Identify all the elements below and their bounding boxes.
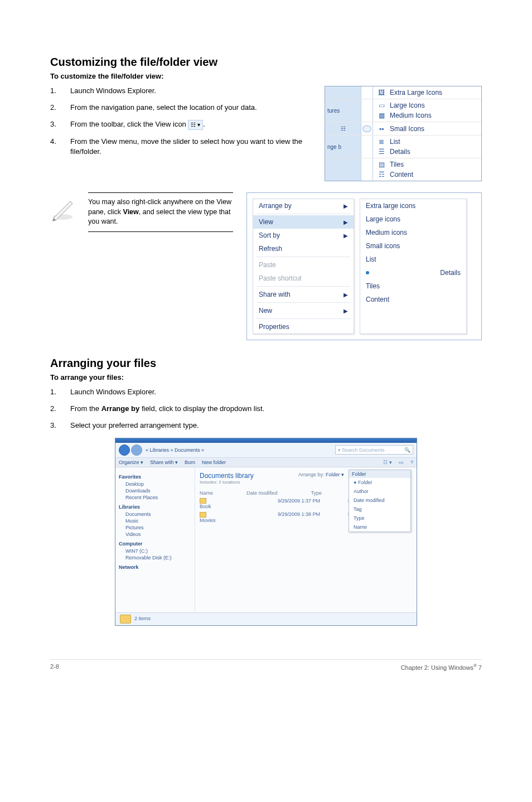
view-option-medium[interactable]: ▦Medium Icons — [378, 112, 432, 119]
view-option-label: Extra Large Icons — [390, 89, 442, 96]
ctx-sub-tiles[interactable]: Tiles — [360, 279, 466, 293]
step-bold: Arrange by — [101, 404, 140, 413]
list-icon: ≣ — [378, 138, 385, 146]
search-input[interactable]: ▾Search Documents🔍 — [335, 445, 413, 455]
ctx-label: Tiles — [366, 282, 380, 290]
file-name: Movies — [200, 518, 216, 523]
forward-button-icon[interactable] — [131, 445, 142, 456]
view-option-list[interactable]: ≣List — [378, 138, 400, 146]
chevron-right-icon: ▶ — [344, 292, 348, 298]
folder-icon — [120, 615, 131, 624]
back-button-icon[interactable] — [119, 445, 130, 456]
dropdown-option-date-modified[interactable]: Date modified — [349, 496, 410, 505]
arrange-by-value[interactable]: Folder ▾ — [326, 472, 344, 477]
dropdown-option-author[interactable]: Author — [349, 487, 410, 496]
dropdown-option-name[interactable]: Name — [349, 523, 410, 532]
step-text-part: field, click to display the dropdown lis… — [139, 404, 264, 413]
sidebar-group-computer: Computer — [119, 541, 191, 547]
ctx-sub-small[interactable]: Small icons — [360, 239, 466, 253]
arrange-by-dropdown: Folder Folder Author Date modified Tag T… — [349, 470, 411, 532]
sidebar-item-desktop[interactable]: Desktop — [119, 481, 191, 487]
sidebar-item-recent-places[interactable]: Recent Places — [119, 494, 191, 501]
header-name[interactable]: Name — [200, 490, 213, 496]
ctx-item-properties[interactable]: Properties — [253, 320, 354, 334]
ctx-separator — [257, 302, 350, 303]
ctx-label: Large icons — [366, 215, 400, 223]
file-name: Book — [200, 504, 211, 509]
toolbar-organize[interactable]: Organize ▾ — [119, 460, 143, 465]
tiles-icon: ▤ — [378, 161, 385, 168]
sidebar-item-music[interactable]: Music — [119, 518, 191, 524]
help-icon[interactable]: ? — [410, 460, 413, 465]
ctx-item-arrange-by[interactable]: Arrange by▶ — [253, 199, 354, 212]
ctx-item-sort-by[interactable]: Sort by▶ — [253, 229, 354, 242]
ctx-item-new[interactable]: New▶ — [253, 304, 354, 317]
dropdown-option-type[interactable]: Type — [349, 514, 410, 523]
ctx-item-share-with[interactable]: Share with▶ — [253, 288, 354, 301]
sidebar-item-win7-c[interactable]: WIN7 (C:) — [119, 548, 191, 554]
view-menu-slider-thumb[interactable] — [361, 122, 373, 135]
ctx-label: View — [259, 218, 273, 226]
file-date: 9/29/2009 1:37 PM — [278, 498, 320, 510]
ctx-label: Share with — [259, 291, 291, 298]
sidebar-item-pictures[interactable]: Pictures — [119, 524, 191, 531]
ctx-sub-details[interactable]: Details — [360, 266, 466, 279]
figure-explorer-window: « Libraries » Documents » ▾Search Docume… — [115, 438, 417, 626]
view-menu-slider-track — [361, 99, 373, 122]
view-menu-left-label: tures — [325, 99, 361, 122]
explorer-statusbar: 2 items — [115, 612, 417, 625]
view-option-details[interactable]: ☰Details — [378, 148, 410, 156]
dropdown-option-folder[interactable]: Folder — [349, 478, 410, 487]
search-icon: 🔍 — [404, 447, 410, 453]
view-option-tiles[interactable]: ▤Tiles — [378, 161, 404, 168]
search-placeholder: Search Documents — [342, 447, 385, 453]
header-date[interactable]: Date modified — [246, 490, 278, 496]
ctx-sub-content[interactable]: Content — [360, 293, 466, 306]
ctx-separator — [257, 257, 350, 257]
ctx-label: Extra large icons — [366, 202, 415, 210]
chevron-right-icon: ▶ — [344, 308, 348, 314]
ctx-separator — [257, 286, 350, 287]
preview-pane-icon[interactable]: ▭ — [399, 460, 404, 465]
step-text: Launch Windows Explorer. — [70, 86, 317, 96]
ctx-sub-medium[interactable]: Medium icons — [360, 226, 466, 239]
context-menu-submenu: Extra large icons Large icons Medium ico… — [360, 199, 467, 334]
toolbar-burn[interactable]: Burn — [185, 460, 195, 465]
view-option-large[interactable]: ▭Large Icons — [378, 102, 425, 109]
view-option-small[interactable]: ▪▪Small Icons — [373, 122, 481, 135]
header-type[interactable]: Type — [311, 490, 322, 496]
dropdown-option-tag[interactable]: Tag — [349, 505, 410, 514]
breadcrumb[interactable]: « Libraries » Documents » — [146, 447, 204, 453]
toolbar-share[interactable]: Share with ▾ — [150, 460, 178, 465]
step-text: Select your preferred arrangement type. — [70, 421, 482, 431]
ctx-label: Paste shortcut — [259, 274, 302, 282]
view-menu-left-label — [325, 158, 361, 181]
sidebar-item-videos[interactable]: Videos — [119, 531, 191, 538]
ctx-sub-list[interactable]: List — [360, 253, 466, 266]
ctx-sub-extra-large[interactable]: Extra large icons — [360, 199, 466, 212]
ctx-item-paste: Paste — [253, 258, 354, 272]
view-chooser-icon[interactable]: ☷ ▾ — [383, 460, 392, 465]
sidebar-item-downloads[interactable]: Downloads — [119, 487, 191, 494]
view-option-content[interactable]: ☶Content — [378, 171, 413, 178]
subheading-arrange: To arrange your files: — [50, 373, 482, 381]
step-number: 3. — [50, 421, 70, 431]
step-text-part: From the toolbar, click the View icon — [70, 120, 186, 128]
large-icons-icon: ▭ — [378, 102, 385, 109]
toolbar-new-folder[interactable]: New folder — [202, 460, 226, 465]
sidebar-item-documents[interactable]: Documents — [119, 511, 191, 518]
footer-text: Chapter 2: Using Windows — [401, 664, 473, 670]
ctx-item-refresh[interactable]: Refresh — [253, 242, 354, 255]
view-option-label: Details — [390, 148, 410, 156]
ctx-separator — [257, 214, 350, 214]
ctx-item-view[interactable]: View▶ — [253, 215, 354, 229]
sidebar-item-removable-disk[interactable]: Removable Disk (E:) — [119, 554, 191, 561]
view-option-label: Content — [390, 171, 413, 178]
ctx-sub-large[interactable]: Large icons — [360, 212, 466, 226]
ctx-label: List — [366, 255, 376, 263]
chevron-right-icon: ▶ — [344, 233, 348, 239]
view-option-extra-large[interactable]: 🖼Extra Large Icons — [373, 86, 481, 99]
step-number: 1. — [50, 86, 70, 96]
view-menu-left-label: nge b — [325, 136, 361, 158]
view-option-label: Medium Icons — [390, 112, 432, 119]
